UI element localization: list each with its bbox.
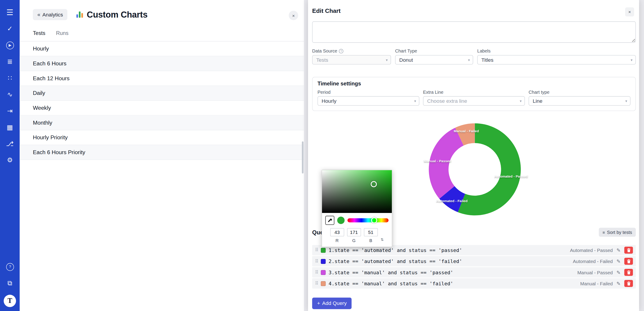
rgb-r-input[interactable] [330, 228, 344, 236]
chart-list-item[interactable]: Each 12 Hours [20, 71, 304, 86]
sort-by-tests-button[interactable]: ≡ Sort by tests [599, 228, 636, 237]
timeline-chart-type-select[interactable]: Line ▾ [528, 96, 630, 106]
chart-list-item[interactable]: Daily [20, 86, 304, 101]
chevrons-left-icon: « [38, 12, 40, 18]
chart-description-input[interactable] [312, 22, 636, 43]
r-label: R [336, 238, 339, 243]
sort-button-label: Sort by tests [607, 230, 632, 235]
tab-runs[interactable]: Runs [56, 30, 68, 40]
trash-icon [627, 248, 631, 252]
chart-list-item[interactable]: Hourly Priority [20, 130, 304, 145]
donut-segment[interactable] [429, 128, 464, 199]
chart-list-item[interactable]: Hourly [20, 42, 304, 56]
chevron-down-icon: ▾ [414, 99, 416, 103]
edit-query-icon[interactable]: ✎ [616, 280, 620, 286]
docs-icon-glyph: ⧉ [8, 280, 12, 286]
eyedropper-button[interactable] [326, 216, 334, 225]
app-logo[interactable]: T [4, 295, 16, 307]
drag-handle-icon[interactable]: ⠿ [315, 281, 318, 286]
close-panel-button[interactable]: × [289, 11, 298, 20]
extra-line-placeholder: Choose extra line [427, 98, 467, 104]
help-icon-glyph: ? [6, 263, 14, 271]
drag-handle-icon[interactable]: ⠿ [315, 247, 318, 253]
test-plans-icon-glyph: ≣ [7, 58, 12, 65]
chart-settings-row: Data Source ? Tests ▾ Chart Type Donut ▾ [312, 49, 636, 65]
query-color-swatch[interactable] [321, 270, 326, 275]
add-query-button[interactable]: + Add Query [312, 298, 352, 309]
chevron-down-icon: ▾ [625, 99, 627, 103]
chart-list-item[interactable]: Each 6 Hours [20, 56, 304, 71]
chart-list-item[interactable]: Each 6 Hours Priority [20, 145, 304, 160]
tests-icon[interactable]: ✓ [0, 21, 20, 37]
runs-icon[interactable]: ▶ [0, 37, 20, 53]
timeline-chart-type-value: Line [533, 98, 542, 104]
data-source-value: Tests [316, 57, 328, 63]
query-color-swatch[interactable] [321, 259, 326, 264]
saturation-area[interactable] [322, 170, 392, 213]
chart-type-value: Donut [399, 57, 413, 63]
branches-icon[interactable]: ⎇ [0, 136, 20, 152]
donut-chart: Automated - PassedAutomated - FailedManu… [426, 120, 524, 219]
color-mode-toggle[interactable]: ⇅ [380, 237, 384, 243]
help-icon[interactable]: ? [0, 258, 20, 275]
extra-line-select[interactable]: Choose extra line ▾ [423, 96, 525, 106]
delete-query-button[interactable] [624, 269, 633, 276]
pulse-icon[interactable]: ∿ [0, 86, 20, 103]
menu-icon[interactable]: ☰ [0, 4, 20, 21]
hue-slider[interactable] [348, 218, 388, 222]
analytics-icon[interactable]: ∷ [0, 70, 20, 86]
delete-query-button[interactable] [624, 246, 633, 253]
analytics-icon-glyph: ∷ [8, 75, 12, 81]
timeline-settings-title: Timeline settings [318, 81, 630, 87]
query-expression: 2.state == 'automated' and status == 'fa… [328, 258, 573, 264]
query-label: Automated - Passed [570, 248, 613, 253]
bar-chart-emoji-icon [76, 12, 83, 18]
saturation-cursor[interactable] [371, 181, 377, 187]
chart-type-select[interactable]: Donut ▾ [395, 55, 473, 65]
import-icon[interactable]: ⇥ [0, 103, 20, 119]
extra-line-label: Extra Line [423, 90, 443, 95]
color-picker-popover: R G B ⇅ [322, 170, 392, 247]
rgb-b-input[interactable] [364, 228, 378, 236]
test-plans-icon[interactable]: ≣ [0, 53, 20, 70]
rgb-g-input[interactable] [347, 228, 361, 236]
trash-icon [627, 259, 631, 263]
query-expression: 1.state == 'automated' and status == 'pa… [328, 247, 570, 253]
b-label: B [369, 238, 372, 243]
drag-handle-icon[interactable]: ⠿ [315, 258, 318, 264]
settings-icon[interactable]: ⚙ [0, 152, 20, 169]
tests-icon-glyph: ✓ [7, 26, 12, 32]
edit-query-icon[interactable]: ✎ [616, 269, 620, 275]
query-color-swatch[interactable] [321, 248, 326, 253]
period-label: Period [318, 90, 330, 95]
chart-list-item[interactable]: Monthly [20, 116, 304, 131]
close-drawer-button[interactable]: × [625, 8, 634, 17]
scrollbar-thumb[interactable] [302, 141, 304, 173]
query-label: Automated - Failed [573, 259, 613, 264]
tab-tests[interactable]: Tests [33, 30, 45, 40]
data-source-select[interactable]: Tests ▾ [312, 55, 391, 65]
edit-query-icon[interactable]: ✎ [616, 258, 620, 264]
help-icon[interactable]: ? [339, 49, 344, 53]
query-color-swatch[interactable] [321, 281, 326, 286]
delete-query-button[interactable] [624, 280, 633, 287]
docs-icon[interactable]: ⧉ [0, 275, 20, 291]
custom-charts-panel: « Analytics Custom Charts × Tests Runs H… [20, 0, 304, 311]
period-select[interactable]: Hourly ▾ [318, 96, 419, 106]
data-source-field: Data Source ? Tests ▾ [312, 49, 391, 65]
hue-thumb[interactable] [371, 217, 377, 223]
chevron-down-icon: ▾ [386, 58, 388, 62]
drag-handle-icon[interactable]: ⠿ [315, 270, 318, 275]
delete-query-button[interactable] [624, 258, 633, 265]
r-column: R [330, 228, 344, 243]
trash-icon [627, 281, 631, 286]
extra-line-field: Extra Line Choose extra line ▾ [423, 90, 525, 106]
labels-select[interactable]: Titles ▾ [477, 55, 636, 65]
chart-list-item[interactable]: Weekly [20, 101, 304, 116]
query-expression: 4.state == 'manual' and status == 'faile… [328, 280, 580, 286]
edit-query-icon[interactable]: ✎ [616, 247, 620, 253]
menu-icon-glyph: ☰ [6, 8, 13, 16]
picker-controls [322, 213, 392, 226]
reports-icon[interactable]: ▦ [0, 119, 20, 136]
back-to-analytics-button[interactable]: « Analytics [33, 9, 68, 20]
